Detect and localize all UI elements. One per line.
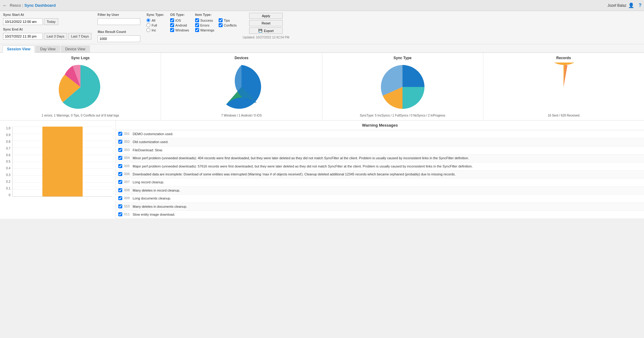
warning-checkbox[interactable] — [118, 212, 122, 216]
devices-caption: 7 Windows / 1 Android / 0 iOS — [221, 114, 262, 117]
warning-checkbox[interactable] — [118, 148, 122, 152]
devices-title: Devices — [234, 56, 248, 60]
filter-bar: Sync Start At Today Sync End At Last 3 D… — [0, 11, 644, 44]
warning-message: Old customization used. — [133, 140, 642, 144]
last3-button[interactable]: Last 3 Days — [44, 33, 67, 40]
os-windows[interactable]: Windows — [170, 28, 189, 32]
y-label-08: 0.8 — [6, 140, 10, 143]
warning-checkbox[interactable] — [118, 132, 122, 136]
warning-checkbox[interactable] — [118, 156, 122, 160]
warning-number: 009 — [124, 196, 133, 200]
sync-type-chart: Sync Type SyncType: 5 IncSyncs / 1 FullS… — [322, 53, 483, 120]
warning-number: 011 — [124, 212, 133, 216]
os-type-group: OS Type: iOS Android Windows — [170, 13, 189, 32]
warning-number: 010 — [124, 204, 133, 208]
export-icon: 💾 — [258, 29, 263, 33]
warning-item: 003 FileDownload: Slow. — [116, 146, 644, 154]
help-button[interactable]: ? — [639, 3, 642, 8]
sync-type-full[interactable]: Full — [146, 23, 164, 27]
y-label-10: 1.0 — [6, 127, 10, 130]
sync-logs-title: Sync Logs — [71, 56, 90, 60]
warning-item: 010 Many deletes in documents cleanup. — [116, 203, 644, 211]
records-title: Records — [556, 56, 571, 60]
warning-panel: Warning Messages 001 DEMO customization … — [116, 120, 644, 219]
apply-button[interactable]: Apply — [249, 13, 283, 19]
records-chart: Records 16 Sent / 629 Received — [483, 53, 644, 120]
warning-number: 001 — [124, 132, 133, 135]
max-result-input[interactable] — [98, 35, 140, 42]
y-label-06: 0.6 — [6, 153, 10, 157]
sync-start-label: Sync Start At — [3, 13, 91, 16]
warning-message: Minor perf problem (unneeded downloads):… — [133, 156, 642, 160]
warning-message: DEMO customization used. — [133, 132, 642, 136]
header: ← Resco | Sync Dashboard Jozef Balaz 👤 ? — [0, 0, 644, 11]
tab-day-view[interactable]: Day View — [35, 45, 60, 52]
warning-number: 008 — [124, 188, 133, 192]
bottom-section: 1.0 0.9 0.8 0.7 0.6 0.5 0.4 0.3 0.2 0.1 … — [0, 120, 644, 219]
warning-message: Many deletes in record cleanup. — [133, 188, 642, 193]
item-conflicts[interactable]: Conflicts — [219, 23, 237, 27]
sync-logs-chart: Sync Logs 1 errors, 1 Warnings, 0 Tips, … — [0, 53, 161, 120]
warning-message: Long record cleanup. — [133, 180, 642, 185]
sync-logs-pie — [56, 63, 105, 111]
warning-number: 003 — [124, 148, 133, 152]
warning-checkbox[interactable] — [118, 164, 122, 168]
warning-title: Warning Messages — [116, 120, 644, 130]
sync-end-label: Sync End At — [3, 27, 91, 31]
sync-type-caption: SyncType: 5 IncSyncs / 1 FullSyncs / 0 N… — [360, 114, 445, 117]
warning-message: Long documents cleanup. — [133, 196, 642, 201]
last7-button[interactable]: Last 7 Days — [68, 33, 91, 40]
header-separator: | — [22, 3, 23, 8]
item-type-label: Item Type: — [195, 13, 237, 16]
warning-number: 007 — [124, 180, 133, 184]
sync-start-group: Sync Start At Today Sync End At Last 3 D… — [3, 13, 91, 40]
export-button[interactable]: 💾 Export — [249, 27, 283, 34]
warning-item: 005 Major perf problem (unneeded downloa… — [116, 163, 644, 171]
reset-button[interactable]: Reset — [249, 20, 283, 26]
y-label-07: 0.7 — [6, 147, 10, 150]
sync-type-label: Sync Type: — [146, 13, 164, 16]
warning-checkbox[interactable] — [118, 204, 122, 208]
today-button[interactable]: Today — [44, 18, 58, 25]
warning-checkbox[interactable] — [118, 180, 122, 184]
y-label-04: 0.4 — [6, 167, 10, 170]
warning-message: Major perf problem (unneeded downloads):… — [133, 164, 642, 169]
item-errors[interactable]: Errors — [195, 23, 214, 27]
sync-type-pie — [378, 63, 427, 111]
os-ios[interactable]: iOS — [170, 18, 189, 22]
os-type-label: OS Type: — [170, 13, 189, 16]
warning-item: 004 Minor perf problem (unneeded downloa… — [116, 154, 644, 162]
resco-label: Resco — [10, 3, 21, 8]
sync-type-inc[interactable]: Inc — [146, 28, 164, 32]
warning-number: 002 — [124, 140, 133, 143]
warning-checkbox[interactable] — [118, 172, 122, 176]
warning-checkbox[interactable] — [118, 196, 122, 200]
sync-start-input[interactable] — [3, 18, 43, 25]
warning-checkbox[interactable] — [118, 188, 122, 192]
warning-message: FileDownload: Slow. — [133, 148, 642, 153]
warning-item: 009 Long documents cleanup. — [116, 195, 644, 203]
item-success[interactable]: Success — [195, 18, 214, 22]
filter-user-input[interactable] — [98, 18, 140, 25]
bar-chart-bar — [42, 127, 82, 196]
sync-type-all[interactable]: All — [146, 18, 164, 22]
back-button[interactable]: ← — [2, 3, 7, 8]
tab-session-view[interactable]: Session View — [2, 45, 35, 53]
devices-chart: Devices 7 Windows / 1 Android / 0 iOS — [161, 53, 322, 120]
warning-checkbox[interactable] — [118, 140, 122, 144]
sync-end-input[interactable] — [3, 33, 43, 40]
charts-row: Sync Logs 1 errors, 1 Warnings, 0 Tips, … — [0, 53, 644, 120]
warning-message: Many deletes in documents cleanup. — [133, 204, 642, 209]
os-android[interactable]: Android — [170, 23, 189, 27]
tab-device-view[interactable]: Device View — [61, 45, 90, 52]
item-type-group: Item Type: Success Errors Warnings Tips … — [195, 13, 237, 32]
item-warnings[interactable]: Warnings — [195, 28, 214, 32]
item-tips[interactable]: Tips — [219, 18, 237, 22]
devices-pie — [217, 63, 266, 111]
y-label-01: 0.1 — [6, 187, 10, 190]
y-label-02: 0.2 — [6, 180, 10, 183]
warning-item: 007 Long record cleanup. — [116, 178, 644, 186]
y-label-09: 0.9 — [6, 133, 10, 137]
sync-type-radios: All Full Inc — [146, 18, 164, 32]
username-label: Jozef Balaz — [607, 3, 626, 8]
